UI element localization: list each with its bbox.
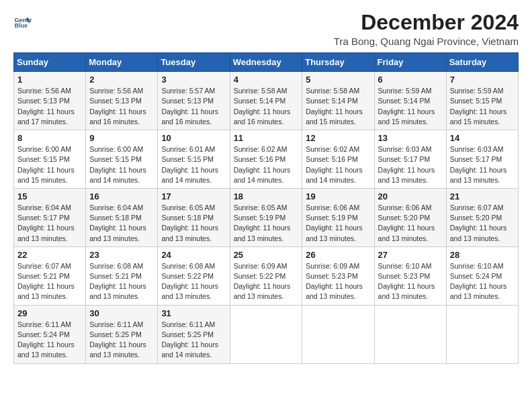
location-title: Tra Bong, Quang Ngai Province, Vietnam	[334, 36, 519, 47]
day-number: 22	[17, 250, 82, 260]
calendar-cell: 10 Sunrise: 6:01 AM Sunset: 5:15 PM Dayl…	[158, 130, 230, 189]
day-info: Sunrise: 6:09 AM Sunset: 5:23 PM Dayligh…	[306, 261, 370, 302]
day-info: Sunrise: 5:58 AM Sunset: 5:14 PM Dayligh…	[306, 86, 370, 127]
calendar-week-row: 22 Sunrise: 6:07 AM Sunset: 5:21 PM Dayl…	[14, 246, 519, 305]
day-number: 5	[306, 75, 370, 85]
calendar-cell: 3 Sunrise: 5:57 AM Sunset: 5:13 PM Dayli…	[158, 72, 230, 130]
calendar-cell: 17 Sunrise: 6:05 AM Sunset: 5:18 PM Dayl…	[158, 188, 230, 246]
day-number: 20	[378, 191, 443, 201]
day-number: 1	[17, 75, 82, 85]
calendar-cell: 29 Sunrise: 6:11 AM Sunset: 5:24 PM Dayl…	[14, 305, 86, 363]
day-number: 8	[17, 133, 82, 143]
day-info: Sunrise: 6:02 AM Sunset: 5:16 PM Dayligh…	[306, 144, 370, 185]
calendar-cell: 13 Sunrise: 6:03 AM Sunset: 5:17 PM Dayl…	[374, 130, 446, 189]
day-number: 27	[378, 250, 443, 260]
calendar-cell	[302, 305, 374, 363]
svg-text:Blue: Blue	[14, 22, 28, 29]
day-info: Sunrise: 6:10 AM Sunset: 5:24 PM Dayligh…	[450, 261, 515, 302]
day-number: 28	[450, 250, 515, 260]
day-number: 12	[306, 133, 370, 143]
day-number: 29	[17, 308, 82, 318]
day-info: Sunrise: 6:08 AM Sunset: 5:21 PM Dayligh…	[89, 261, 154, 302]
day-info: Sunrise: 6:09 AM Sunset: 5:22 PM Dayligh…	[234, 261, 299, 302]
calendar-cell: 7 Sunrise: 5:59 AM Sunset: 5:15 PM Dayli…	[446, 72, 518, 130]
calendar-cell: 14 Sunrise: 6:03 AM Sunset: 5:17 PM Dayl…	[446, 130, 518, 189]
calendar-cell: 22 Sunrise: 6:07 AM Sunset: 5:21 PM Dayl…	[14, 246, 86, 305]
calendar-cell: 5 Sunrise: 5:58 AM Sunset: 5:14 PM Dayli…	[302, 72, 374, 130]
day-info: Sunrise: 6:03 AM Sunset: 5:17 PM Dayligh…	[450, 144, 515, 185]
day-info: Sunrise: 6:05 AM Sunset: 5:18 PM Dayligh…	[161, 203, 226, 244]
day-info: Sunrise: 5:57 AM Sunset: 5:13 PM Dayligh…	[161, 86, 226, 127]
day-info: Sunrise: 6:04 AM Sunset: 5:17 PM Dayligh…	[17, 203, 82, 244]
day-info: Sunrise: 6:11 AM Sunset: 5:25 PM Dayligh…	[161, 320, 226, 361]
day-info: Sunrise: 6:05 AM Sunset: 5:19 PM Dayligh…	[234, 203, 299, 244]
calendar-cell: 18 Sunrise: 6:05 AM Sunset: 5:19 PM Dayl…	[230, 188, 302, 246]
day-info: Sunrise: 5:59 AM Sunset: 5:15 PM Dayligh…	[450, 86, 515, 127]
day-number: 11	[234, 133, 299, 143]
day-info: Sunrise: 5:58 AM Sunset: 5:14 PM Dayligh…	[234, 86, 299, 127]
calendar-cell: 1 Sunrise: 5:56 AM Sunset: 5:13 PM Dayli…	[14, 72, 86, 130]
day-info: Sunrise: 5:56 AM Sunset: 5:13 PM Dayligh…	[89, 86, 154, 127]
calendar-cell: 20 Sunrise: 6:06 AM Sunset: 5:20 PM Dayl…	[374, 188, 446, 246]
calendar-cell: 23 Sunrise: 6:08 AM Sunset: 5:21 PM Dayl…	[86, 246, 158, 305]
day-info: Sunrise: 6:03 AM Sunset: 5:17 PM Dayligh…	[378, 144, 443, 185]
calendar-cell: 21 Sunrise: 6:07 AM Sunset: 5:20 PM Dayl…	[446, 188, 518, 246]
calendar-cell: 27 Sunrise: 6:10 AM Sunset: 5:23 PM Dayl…	[374, 246, 446, 305]
logo: General Blue	[13, 13, 35, 32]
day-info: Sunrise: 5:56 AM Sunset: 5:13 PM Dayligh…	[17, 86, 82, 127]
day-info: Sunrise: 6:04 AM Sunset: 5:18 PM Dayligh…	[89, 203, 154, 244]
day-number: 24	[161, 250, 226, 260]
calendar-cell: 19 Sunrise: 6:06 AM Sunset: 5:19 PM Dayl…	[302, 188, 374, 246]
day-info: Sunrise: 6:07 AM Sunset: 5:20 PM Dayligh…	[450, 203, 515, 244]
day-number: 15	[17, 191, 82, 201]
month-title: December 2024	[334, 11, 519, 34]
day-number: 4	[234, 75, 299, 85]
day-number: 31	[161, 308, 226, 318]
calendar-header-friday: Friday	[374, 53, 446, 72]
title-area: December 2024 Tra Bong, Quang Ngai Provi…	[334, 11, 519, 47]
calendar-cell	[446, 305, 518, 363]
calendar-week-row: 1 Sunrise: 5:56 AM Sunset: 5:13 PM Dayli…	[14, 72, 519, 130]
day-number: 16	[89, 191, 154, 201]
day-info: Sunrise: 5:59 AM Sunset: 5:14 PM Dayligh…	[378, 86, 443, 127]
calendar-cell: 2 Sunrise: 5:56 AM Sunset: 5:13 PM Dayli…	[86, 72, 158, 130]
day-number: 18	[234, 191, 299, 201]
day-info: Sunrise: 6:07 AM Sunset: 5:21 PM Dayligh…	[17, 261, 82, 302]
calendar-cell: 12 Sunrise: 6:02 AM Sunset: 5:16 PM Dayl…	[302, 130, 374, 189]
calendar-cell: 25 Sunrise: 6:09 AM Sunset: 5:22 PM Dayl…	[230, 246, 302, 305]
day-info: Sunrise: 6:00 AM Sunset: 5:15 PM Dayligh…	[89, 144, 154, 185]
calendar-cell: 11 Sunrise: 6:02 AM Sunset: 5:16 PM Dayl…	[230, 130, 302, 189]
calendar-cell: 9 Sunrise: 6:00 AM Sunset: 5:15 PM Dayli…	[86, 130, 158, 189]
day-number: 17	[161, 191, 226, 201]
day-number: 14	[450, 133, 515, 143]
calendar-header-monday: Monday	[86, 53, 158, 72]
page-header: General Blue December 2024 Tra Bong, Qua…	[13, 11, 519, 47]
day-number: 9	[89, 133, 154, 143]
calendar-header-saturday: Saturday	[446, 53, 518, 72]
day-number: 19	[306, 191, 370, 201]
day-number: 25	[234, 250, 299, 260]
day-number: 23	[89, 250, 154, 260]
calendar-header-wednesday: Wednesday	[230, 53, 302, 72]
day-number: 13	[378, 133, 443, 143]
calendar-table: SundayMondayTuesdayWednesdayThursdayFrid…	[13, 52, 519, 363]
calendar-cell: 30 Sunrise: 6:11 AM Sunset: 5:25 PM Dayl…	[86, 305, 158, 363]
day-info: Sunrise: 6:01 AM Sunset: 5:15 PM Dayligh…	[161, 144, 226, 185]
calendar-cell: 24 Sunrise: 6:08 AM Sunset: 5:22 PM Dayl…	[158, 246, 230, 305]
day-info: Sunrise: 6:00 AM Sunset: 5:15 PM Dayligh…	[17, 144, 82, 185]
calendar-cell	[230, 305, 302, 363]
calendar-cell	[374, 305, 446, 363]
day-number: 2	[89, 75, 154, 85]
calendar-header-thursday: Thursday	[302, 53, 374, 72]
day-number: 30	[89, 308, 154, 318]
calendar-cell: 28 Sunrise: 6:10 AM Sunset: 5:24 PM Dayl…	[446, 246, 518, 305]
calendar-cell: 4 Sunrise: 5:58 AM Sunset: 5:14 PM Dayli…	[230, 72, 302, 130]
day-info: Sunrise: 6:06 AM Sunset: 5:19 PM Dayligh…	[306, 203, 370, 244]
calendar-cell: 15 Sunrise: 6:04 AM Sunset: 5:17 PM Dayl…	[14, 188, 86, 246]
logo-icon: General Blue	[13, 13, 32, 32]
day-number: 6	[378, 75, 443, 85]
calendar-header-tuesday: Tuesday	[158, 53, 230, 72]
day-info: Sunrise: 6:06 AM Sunset: 5:20 PM Dayligh…	[378, 203, 443, 244]
day-number: 7	[450, 75, 515, 85]
calendar-cell: 31 Sunrise: 6:11 AM Sunset: 5:25 PM Dayl…	[158, 305, 230, 363]
